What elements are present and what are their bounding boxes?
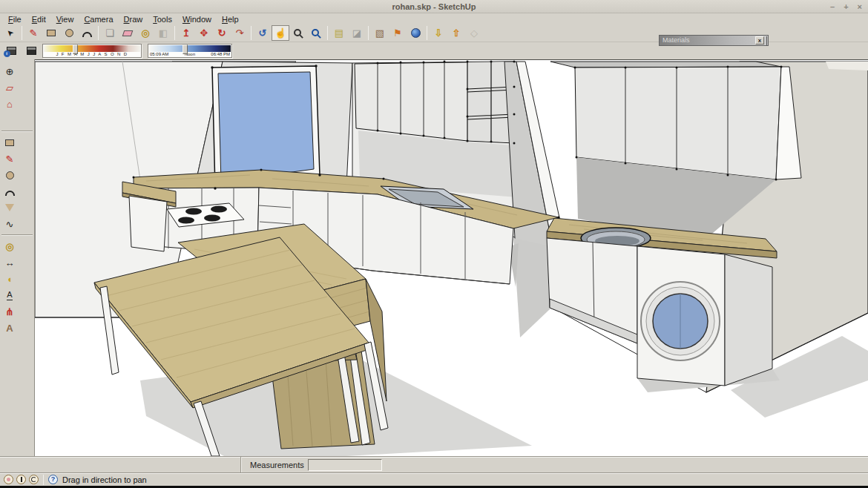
freehand-tool-button[interactable]: ∿ <box>2 217 17 231</box>
shadow-time-slider[interactable]: 05:09 AM Noon 06:48 PM <box>148 44 232 58</box>
menu-tools[interactable]: Tools <box>148 14 177 24</box>
materials-close-button[interactable]: x <box>755 36 764 44</box>
offset-button[interactable]: ↷ <box>231 25 249 41</box>
pan-icon: ☝ <box>274 28 286 38</box>
month-labels: J F M A M J J A S O N D <box>43 52 141 57</box>
washing-machine <box>637 246 780 392</box>
work-area: ⊕ ▱ ⌂ ✎ ∿ ◎ ↔ ◖ A ⋔ A <box>0 59 868 456</box>
push-pull-button[interactable]: ↥ <box>177 25 195 41</box>
component-icon: ◇ <box>470 28 478 38</box>
component-button[interactable]: ◇ <box>465 25 483 41</box>
orbit-button[interactable]: ↺ <box>254 25 272 41</box>
make-component-button[interactable]: ❏ <box>101 25 119 41</box>
circle-button[interactable] <box>60 25 78 41</box>
section-plane-button[interactable]: ▱ <box>2 80 17 95</box>
google-earth-icon <box>411 28 421 38</box>
rectangle-tool-button[interactable] <box>2 135 17 150</box>
photo-textures-icon: ▧ <box>375 28 384 38</box>
menu-camera[interactable]: Camera <box>79 14 118 24</box>
geolocation-status-icon[interactable] <box>4 475 13 484</box>
menu-edit[interactable]: Edit <box>27 14 51 24</box>
add-location-button[interactable]: ▤ <box>330 25 348 41</box>
zoom-extents-button[interactable] <box>307 25 325 41</box>
minimize-button[interactable]: – <box>830 2 835 11</box>
google-earth-button[interactable] <box>407 25 424 41</box>
tape-measure-button[interactable]: ◎ <box>137 25 154 41</box>
circle-tool-button[interactable] <box>2 168 17 182</box>
move-button[interactable]: ✥ <box>195 25 213 41</box>
line-icon: ✎ <box>30 28 38 38</box>
pan-button[interactable]: ☝ <box>272 25 289 41</box>
rotate-icon: ↻ <box>218 28 226 38</box>
measurements-input[interactable] <box>308 459 382 471</box>
section-cut-button[interactable]: ⌂ <box>2 96 17 111</box>
arc-button[interactable] <box>78 25 96 41</box>
toggle-terrain-button[interactable]: ◪ <box>348 25 366 41</box>
tape-measure-tool-button[interactable]: ◎ <box>2 239 17 254</box>
shadow-toggle-button[interactable] <box>22 43 40 59</box>
protractor-tool-button[interactable]: ◖ <box>2 271 17 286</box>
paint-bucket-button[interactable]: ◧ <box>154 25 172 41</box>
eraser-button[interactable] <box>119 25 137 41</box>
geolocation-dot <box>7 478 10 481</box>
menu-help[interactable]: Help <box>217 14 244 24</box>
help-icon[interactable]: ? <box>48 475 58 484</box>
menu-file[interactable]: File <box>3 14 27 24</box>
make-component-icon: ❏ <box>105 28 114 38</box>
shadow-settings-button[interactable]: i <box>2 43 20 59</box>
get-models-icon: ⇩ <box>435 28 443 38</box>
status-hint: Drag in direction to pan <box>62 475 147 484</box>
toolbar-separator <box>427 26 427 40</box>
status-bar: ? Drag in direction to pan <box>0 472 868 486</box>
text-icon: A <box>7 290 12 300</box>
select-button[interactable]: ➤ <box>1 25 19 41</box>
burner <box>178 217 194 224</box>
window-title: rohan.skp - SketchUp <box>0 2 868 11</box>
dimension-tool-button[interactable]: ↔ <box>2 255 17 270</box>
palette-divider <box>1 234 33 236</box>
rotate-button[interactable]: ↻ <box>213 25 231 41</box>
text-tool-button[interactable]: A <box>2 288 17 303</box>
credits-status-icon[interactable] <box>16 475 26 484</box>
time-gradient <box>149 45 231 52</box>
polygon-tool-button[interactable] <box>2 200 17 215</box>
menu-window[interactable]: Window <box>177 14 217 24</box>
tape-measure-icon: ◎ <box>5 242 13 251</box>
shadow-date-slider[interactable]: J F M A M J J A S O N D <box>42 44 142 58</box>
time-slider-thumb[interactable] <box>183 44 188 54</box>
menu-view[interactable]: View <box>51 14 79 24</box>
position-camera-icon: ⚑ <box>393 28 402 38</box>
burner <box>185 208 202 215</box>
3d-text-icon: A <box>6 323 13 333</box>
axes-icon: ⋔ <box>6 307 14 317</box>
arc-tool-button[interactable] <box>2 184 17 199</box>
title-bar[interactable]: rohan.skp - SketchUp – + × <box>0 0 868 13</box>
time-labels: 05:09 AM Noon 06:48 PM <box>148 52 231 57</box>
push-pull-icon: ↥ <box>183 28 191 38</box>
3d-text-tool-button[interactable]: A <box>2 320 17 335</box>
axes-tool-button[interactable]: ⋔ <box>2 304 17 319</box>
get-models-button[interactable]: ⇩ <box>430 25 447 41</box>
rectangle-button[interactable] <box>42 25 60 41</box>
close-button[interactable]: × <box>858 2 862 11</box>
position-camera-button[interactable]: ⚑ <box>389 25 407 41</box>
eraser-icon <box>122 30 134 36</box>
toolbar-separator <box>327 26 328 40</box>
toolbar-separator <box>368 26 369 40</box>
measurements-bar: Measurements <box>0 456 868 472</box>
maximize-button[interactable]: + <box>844 2 848 11</box>
date-slider-thumb[interactable] <box>73 44 78 54</box>
paint-bucket-icon: ◧ <box>159 28 168 38</box>
zoom-button[interactable] <box>289 25 307 41</box>
photo-textures-button[interactable]: ▧ <box>371 25 389 41</box>
zoom-extents-icon <box>312 29 319 36</box>
model-viewport[interactable] <box>35 59 868 456</box>
menu-draw[interactable]: Draw <box>119 14 148 24</box>
signin-status-icon[interactable] <box>29 475 39 484</box>
line-button[interactable]: ✎ <box>24 25 42 41</box>
materials-panel[interactable]: Materials x <box>659 35 769 46</box>
share-model-button[interactable]: ⇧ <box>447 25 465 41</box>
compass-icon: ⊕ <box>6 67 14 76</box>
compass-tool-button[interactable]: ⊕ <box>2 64 17 79</box>
line-tool-button[interactable]: ✎ <box>2 151 17 166</box>
